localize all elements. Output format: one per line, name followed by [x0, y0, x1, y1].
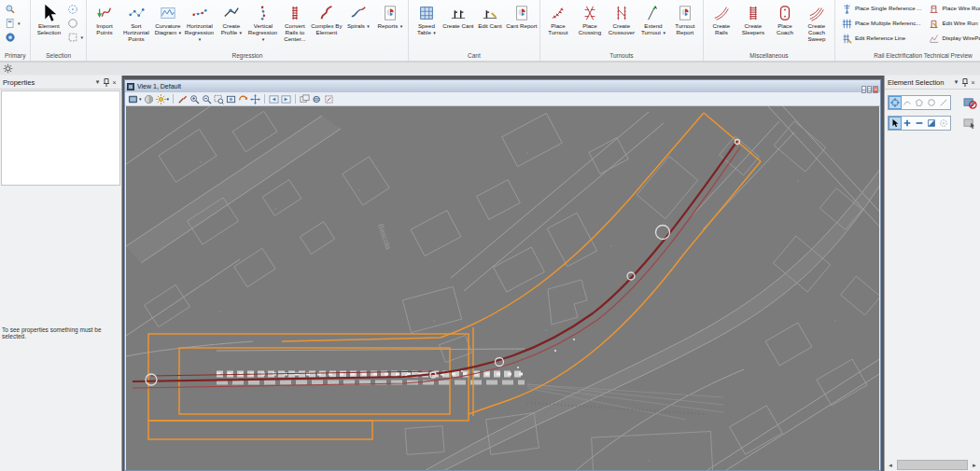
extend-turnout-icon — [645, 3, 662, 23]
rotate-view-button[interactable] — [238, 94, 248, 104]
sel-line-icon — [939, 98, 948, 107]
view-previous-button[interactable] — [269, 94, 279, 104]
scroll-right-icon[interactable]: ► — [969, 463, 980, 468]
scrollbar-thumb[interactable] — [897, 460, 968, 470]
map-canvas: Bascola — [126, 106, 879, 470]
sel-individual-button[interactable] — [889, 97, 901, 108]
view-attributes-button[interactable]: ▾ — [128, 94, 142, 104]
ribbon-group-miscellaneous: Create RailsCreate SleepersPlace CoachCr… — [704, 0, 835, 61]
pin-icon[interactable] — [960, 78, 969, 87]
settings-gear-icon[interactable] — [3, 63, 13, 74]
place-crossing-button[interactable]: Place Crossing — [574, 1, 606, 36]
sel-invert-icon — [927, 118, 936, 128]
create-profile-icon — [223, 3, 240, 23]
complex-by-element-icon — [318, 3, 335, 23]
report-page-icon — [677, 3, 693, 23]
map-viewport[interactable]: Bascola — [126, 106, 879, 470]
attach-tools-button[interactable] — [3, 17, 17, 29]
edit-wire-run-button[interactable]: Edit Wire Run — [929, 19, 980, 29]
display-style-button[interactable] — [144, 94, 154, 104]
clear-selection-button[interactable] — [963, 97, 977, 109]
clip-volume-button[interactable] — [312, 94, 322, 104]
view-next-button[interactable] — [281, 94, 291, 104]
properties-list[interactable] — [1, 90, 120, 186]
view-titlebar[interactable]: View 1, Default –□× — [125, 80, 880, 92]
sel-invert-button[interactable] — [926, 118, 937, 129]
convert-rails-icon — [287, 3, 303, 23]
fence-circle-button[interactable] — [65, 3, 79, 15]
edit-reference-line-button[interactable]: Edit Reference Line — [842, 34, 922, 44]
speed-table-button[interactable]: Speed Table ▾ — [411, 1, 442, 36]
fence-rectangle-button[interactable] — [65, 31, 79, 43]
chevron-down-icon[interactable]: ▾ — [93, 78, 102, 86]
speed-table-label: Speed Table ▾ — [411, 23, 442, 36]
rotate-view-icon — [238, 94, 248, 104]
curvature-diagram-button[interactable]: Curvature Diagram ▾ — [152, 1, 184, 36]
place-coach-button[interactable]: Place Coach — [769, 1, 801, 36]
create-rails-button[interactable]: Create Rails — [706, 1, 737, 36]
explorer-button[interactable] — [3, 3, 17, 15]
sort-horizontal-points-button[interactable]: Sort Horizontal Points — [120, 1, 152, 43]
close-icon[interactable]: × — [969, 79, 977, 86]
convert-rails-to-center-button[interactable]: Convert Rails to Center... — [279, 1, 311, 43]
create-crossover-button[interactable]: Create Crossover — [606, 1, 637, 36]
place-single-reference-button[interactable]: Place Single Reference ... — [842, 4, 922, 14]
close-icon[interactable]: × — [110, 79, 119, 86]
create-cant-button[interactable]: Create Cant — [442, 1, 474, 30]
models-button[interactable] — [3, 31, 17, 43]
sel-subtract-button[interactable] — [914, 118, 925, 129]
window-area-button[interactable] — [214, 94, 224, 104]
element-selection-row-2 — [888, 116, 977, 131]
cant-report-button[interactable]: Cant Report — [506, 1, 538, 30]
create-profile-button[interactable]: Create Profile ▾ — [216, 1, 247, 36]
ribbon-substrip — [0, 62, 980, 75]
clip-mask-button[interactable] — [324, 94, 334, 104]
create-coach-sweep-button[interactable]: Create Coach Sweep — [801, 1, 833, 43]
mdi-area: View 1, Default –□× ▾▾ — [122, 76, 884, 471]
pan-view-button[interactable] — [250, 94, 260, 104]
restore-button[interactable]: □ — [867, 86, 873, 93]
chevron-down-icon[interactable]: ▾ — [952, 78, 960, 86]
place-wire-run-button[interactable]: Place Wire Run — [929, 4, 980, 14]
fence-ellipse-button[interactable] — [65, 17, 79, 29]
zoom-out-button[interactable] — [202, 94, 212, 104]
fit-view-button[interactable] — [226, 94, 236, 104]
sel-circle-icon — [927, 98, 936, 107]
horizontal-scrollbar[interactable]: ◄ ► — [885, 459, 980, 471]
spirals-label: Spirals ▾ — [347, 23, 370, 30]
turnout-report-button[interactable]: Turnout Report — [669, 1, 701, 36]
create-sleepers-button[interactable]: Create Sleepers — [737, 1, 769, 36]
complex-by-element-button[interactable]: Complex By Element — [311, 1, 343, 36]
close-button[interactable]: × — [873, 86, 878, 93]
place-turnout-icon — [550, 3, 567, 23]
sel-line-button[interactable] — [938, 97, 949, 108]
import-points-button[interactable]: Import Points — [89, 1, 120, 36]
vertical-regression-button[interactable]: Vertical Regression ▾ — [247, 1, 279, 43]
horizontal-regression-button[interactable]: Horizontal Regression ▾ — [184, 1, 216, 43]
element-selection-button[interactable]: Element Selection — [33, 1, 64, 36]
brightness-button[interactable]: ▾ — [156, 94, 170, 104]
view-next-icon — [281, 94, 291, 104]
place-multiple-reference-button[interactable]: Place Multiple Referenc... — [842, 19, 922, 29]
sel-clear-button[interactable] — [938, 118, 949, 129]
copy-view-button[interactable] — [300, 94, 310, 104]
sel-add-button[interactable] — [902, 118, 913, 129]
spirals-button[interactable]: Spirals ▾ — [343, 1, 374, 30]
window-buttons: –□× — [861, 78, 878, 95]
sel-circle-button[interactable] — [926, 97, 937, 108]
edit-cant-button[interactable]: Edit Cant — [474, 1, 506, 30]
sel-pointer-icon — [890, 118, 900, 128]
minimize-button[interactable]: – — [861, 86, 866, 93]
display-wirepath-profile-button[interactable]: Display WirePath Profile — [929, 34, 980, 44]
sel-block-button[interactable] — [902, 97, 913, 108]
reports-button[interactable]: Reports ▾ — [374, 1, 406, 30]
place-turnout-button[interactable]: Place Turnout — [542, 1, 574, 36]
sel-shape-button[interactable] — [914, 97, 925, 108]
zoom-in-button[interactable] — [189, 94, 200, 104]
pin-icon[interactable] — [102, 78, 110, 87]
extend-turnout-button[interactable]: Extend Turnout ▾ — [637, 1, 669, 36]
sel-pointer-button[interactable] — [889, 118, 901, 129]
update-view-button[interactable] — [177, 94, 188, 104]
scroll-left-icon[interactable]: ◄ — [885, 463, 896, 468]
select-all-button[interactable] — [963, 118, 977, 130]
